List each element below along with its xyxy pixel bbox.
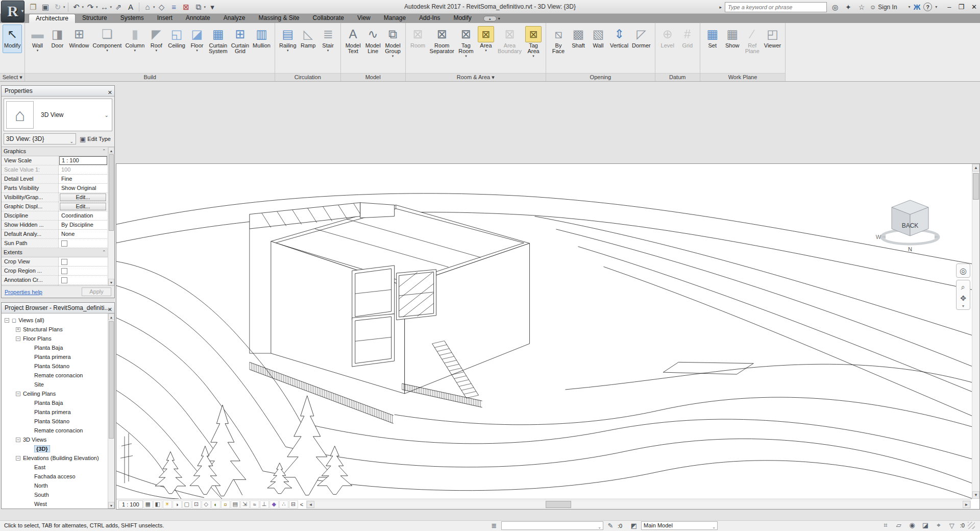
curtain-system-button[interactable]: ▦Curtain System: [207, 25, 229, 59]
drag-elements-on-selection-icon[interactable]: ⌖: [934, 521, 944, 529]
ribbon-display-toggle[interactable]: ▴▾: [483, 16, 500, 23]
property-value[interactable]: Show Original: [59, 184, 114, 192]
filter-icon[interactable]: ▽: [947, 522, 957, 529]
edit-type-button[interactable]: ▣ Edit Type: [78, 133, 112, 144]
worksharing-display-icon[interactable]: ≈: [250, 500, 259, 509]
tree-item-remate-coronacion[interactable]: Remate coronacion: [2, 371, 108, 380]
tree-item-east[interactable]: East: [2, 463, 108, 472]
scroll-up-icon[interactable]: ▲: [108, 147, 114, 154]
help-chevron-icon[interactable]: ▾: [935, 5, 937, 9]
measure-icon[interactable]: ↔: [99, 2, 110, 13]
lock-3d-view-icon[interactable]: ◇: [202, 500, 211, 509]
ramp-button[interactable]: ◺Ramp: [299, 25, 318, 53]
help-button[interactable]: ?: [923, 3, 932, 11]
workset-dropdown[interactable]: ⌄: [501, 521, 603, 530]
tree-item-3d-views[interactable]: −3D Views: [2, 435, 108, 444]
exchange-apps-icon[interactable]: Ж: [914, 3, 921, 11]
shaft-button[interactable]: ▩Shaft: [569, 25, 588, 53]
component-button[interactable]: ❏Component▾: [91, 25, 124, 53]
resize-grip[interactable]: [968, 522, 975, 529]
tree-item-south[interactable]: South: [2, 490, 108, 499]
worksets-icon[interactable]: ≣: [489, 522, 499, 529]
tree-expander-icon[interactable]: +: [16, 327, 20, 332]
model-text-button[interactable]: AModel Text: [344, 25, 363, 59]
render-icon[interactable]: ◆: [270, 500, 279, 509]
tab-massing-site[interactable]: Massing & Site: [252, 14, 306, 23]
tree-expander-icon[interactable]: −: [16, 392, 20, 396]
ribbon-collapse-chevron-icon[interactable]: ▾: [498, 16, 500, 21]
select-links-icon[interactable]: ⌗: [880, 521, 891, 529]
window-button[interactable]: ⊞Window: [67, 25, 90, 53]
roof-button[interactable]: ◤Roof▾: [146, 25, 166, 53]
properties-close-icon[interactable]: ✕: [108, 87, 112, 96]
section-icon[interactable]: ◇: [156, 2, 167, 13]
sync-with-central-icon-chevron[interactable]: ▾: [63, 5, 65, 9]
dormer-button[interactable]: ◸Dormer: [630, 25, 652, 53]
design-options-icon[interactable]: ◩: [629, 522, 639, 529]
close-button[interactable]: ✕: [971, 3, 977, 11]
vertical-scroll-thumb[interactable]: [973, 173, 979, 200]
shadows-icon[interactable]: ◑: [173, 500, 182, 509]
view-instance-combo[interactable]: 3D View: {3D} ⌄: [4, 133, 76, 144]
project-browser-close-icon[interactable]: ✕: [108, 304, 112, 313]
viewcube[interactable]: BACK N W: [874, 192, 946, 253]
tree-item-floor-plans[interactable]: −Floor Plans: [2, 334, 108, 343]
model-group-button[interactable]: ⧉Model Group▾: [383, 25, 403, 59]
by-face-button[interactable]: ⧅By Face: [549, 25, 568, 59]
tree-item-fachada-acceso[interactable]: Fachada acceso: [2, 472, 108, 481]
project-browser-scrollbar[interactable]: ▲ ▼: [108, 313, 114, 509]
property-value[interactable]: [59, 257, 114, 266]
ribbon-collapse-icon[interactable]: ▴: [483, 16, 497, 21]
wall-opening-button[interactable]: ▧Wall: [589, 25, 608, 53]
property-value[interactable]: 1 : 100: [59, 156, 114, 165]
column-button[interactable]: ▮Column▾: [124, 25, 146, 53]
default-3d-view-icon-chevron[interactable]: ▾: [153, 5, 155, 9]
sun-path-icon[interactable]: ☀: [163, 500, 172, 509]
undo-icon-chevron[interactable]: ▾: [82, 5, 84, 9]
edit-button[interactable]: Edit...: [60, 203, 106, 210]
tab-modify[interactable]: Modify: [447, 14, 478, 23]
project-browser-header[interactable]: Project Browser - RevitSoma_definiti... …: [2, 303, 114, 313]
reveal-hidden-elements-icon[interactable]: ¤: [221, 500, 230, 509]
tab-manage[interactable]: Manage: [377, 14, 412, 23]
undo-icon[interactable]: ↶: [71, 2, 82, 13]
sync-with-central-icon[interactable]: ↻: [52, 2, 63, 13]
wall-button[interactable]: ▬Wall▾: [28, 25, 47, 53]
search-input[interactable]: [725, 2, 827, 12]
room-separator-button[interactable]: ⊠Room Separator: [428, 25, 456, 59]
redo-icon-chevron[interactable]: ▾: [96, 5, 98, 9]
tree-item-north[interactable]: North: [2, 481, 108, 490]
stair-button[interactable]: ≣Stair▾: [318, 25, 338, 53]
save-icon[interactable]: ▣: [40, 2, 51, 13]
temporary-view-properties-icon[interactable]: ▤: [231, 500, 240, 509]
property-value[interactable]: 100: [59, 165, 114, 174]
tree-expander-icon[interactable]: −: [16, 438, 20, 442]
text-icon[interactable]: A: [125, 2, 136, 13]
ceiling-button[interactable]: ◱Ceiling: [166, 25, 187, 53]
select-elements-by-face-icon[interactable]: ◪: [920, 521, 930, 529]
open-icon[interactable]: ❒: [28, 2, 39, 13]
crop-view-icon[interactable]: ▢: [182, 500, 191, 509]
type-selector[interactable]: ⌂ 3D View ⌄: [4, 99, 112, 131]
tree-item-planta-primera[interactable]: Planta primera: [2, 407, 108, 417]
thin-lines-icon[interactable]: ≡: [168, 2, 180, 13]
detail-level-icon[interactable]: ▦: [143, 500, 153, 509]
sign-in-button[interactable]: ☺ Sign In ▾: [870, 4, 911, 11]
close-hidden-windows-icon[interactable]: ⊠: [181, 2, 192, 13]
analytical-model-icon[interactable]: ∴: [279, 500, 288, 509]
scroll-thumb[interactable]: [109, 154, 114, 231]
tree-item-west[interactable]: West: [2, 499, 108, 509]
property-value[interactable]: Edit...: [59, 202, 114, 211]
tree-item-planta-s-tano[interactable]: Planta Sótano: [2, 417, 108, 426]
tree-item-planta-baja[interactable]: Planta Baja: [2, 343, 108, 352]
tab-architecture[interactable]: Architecture: [29, 14, 76, 23]
viewbar-collapse-arrow[interactable]: <: [298, 501, 305, 508]
tree-item-planta-primera[interactable]: Planta primera: [2, 352, 108, 361]
tree-item-ceiling-plans[interactable]: −Ceiling Plans: [2, 389, 108, 398]
tab-add-ins[interactable]: Add-Ins: [412, 14, 447, 23]
curtain-grid-button[interactable]: ⊞Curtain Grid: [230, 25, 251, 59]
model-drawing-svg[interactable]: [116, 164, 972, 499]
minimize-button[interactable]: –: [947, 3, 951, 11]
default-3d-view-icon[interactable]: ⌂: [142, 2, 153, 13]
tree-item-site[interactable]: Site: [2, 380, 108, 389]
